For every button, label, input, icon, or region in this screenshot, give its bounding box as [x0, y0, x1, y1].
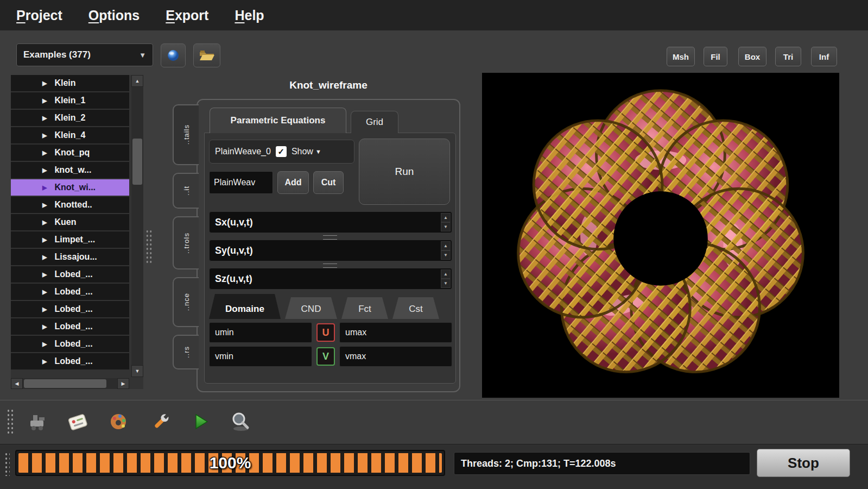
list-item[interactable]: ▶Limpet_...: [11, 231, 129, 248]
list-item[interactable]: ▶Knotted..: [11, 197, 129, 213]
side-tab-details[interactable]: ..tails: [173, 104, 199, 165]
list-item[interactable]: ▶Lobed_...: [11, 353, 129, 369]
splitter-handle[interactable]: [145, 229, 153, 264]
resize-handle[interactable]: [323, 264, 337, 268]
spinner[interactable]: ▲ ▼: [441, 241, 451, 260]
run-button[interactable]: Run: [359, 139, 450, 205]
expander-icon[interactable]: ▶: [42, 149, 47, 156]
view-button-fil[interactable]: Fil: [704, 47, 727, 66]
model-name-field[interactable]: PlainWeav: [209, 171, 273, 194]
settings-tool-button[interactable]: [145, 406, 176, 437]
scroll-up-button[interactable]: ▲: [131, 75, 143, 87]
view-button-inf[interactable]: Inf: [811, 47, 837, 66]
expander-icon[interactable]: ▶: [42, 219, 47, 226]
resize-handle[interactable]: [323, 235, 337, 240]
view-button-box[interactable]: Box: [738, 47, 766, 66]
list-item[interactable]: ▶Knot_pq: [11, 145, 129, 161]
horizontal-scroll-thumb[interactable]: [24, 379, 106, 388]
model-chip[interactable]: PlainWeave_0 ✓ Show ▼: [209, 140, 354, 164]
list-item[interactable]: ▶Klein_1: [11, 92, 129, 109]
spinner-up-icon[interactable]: ▲: [441, 269, 451, 279]
vertical-scroll-thumb[interactable]: [132, 139, 142, 185]
expander-icon[interactable]: ▶: [42, 202, 47, 209]
vmin-field[interactable]: vmin: [209, 346, 312, 367]
list-item[interactable]: ▶Lobed_...: [11, 301, 129, 317]
horizontal-scrollbar[interactable]: ◀ ▶: [11, 378, 129, 389]
umin-field[interactable]: umin: [209, 322, 312, 343]
stop-button[interactable]: Stop: [757, 449, 850, 477]
subtab-domaine[interactable]: Domaine: [209, 294, 281, 319]
list-item[interactable]: ▶Klein_2: [11, 110, 129, 126]
view-button-tri[interactable]: Tri: [775, 47, 801, 66]
expander-icon[interactable]: ▶: [42, 184, 47, 191]
list-item[interactable]: ▶Lobed_...: [11, 318, 129, 335]
open-folder-button[interactable]: [193, 43, 220, 67]
spinner-up-icon[interactable]: ▲: [441, 213, 451, 222]
tab-parametric-equations[interactable]: Parametric Equations: [210, 108, 346, 133]
umax-field[interactable]: umax: [339, 322, 452, 343]
cut-button[interactable]: Cut: [313, 171, 344, 194]
expander-icon[interactable]: ▶: [42, 358, 47, 365]
play-tool-button[interactable]: [186, 406, 216, 437]
list-item[interactable]: ▶Klein_4: [11, 127, 129, 143]
transform-tool-button[interactable]: [22, 406, 52, 437]
side-tab-colors[interactable]: ..rs: [173, 335, 199, 369]
menu-item-help[interactable]: Help: [235, 8, 264, 23]
subtab-fct[interactable]: Fct: [341, 297, 388, 319]
toolbar-grip-handle[interactable]: [7, 409, 13, 435]
add-button[interactable]: Add: [277, 171, 309, 194]
expander-icon[interactable]: ▶: [42, 80, 47, 87]
scroll-left-button[interactable]: ◀: [11, 378, 23, 389]
spinner[interactable]: ▲ ▼: [441, 213, 451, 231]
render-viewport[interactable]: [482, 73, 839, 398]
v-badge[interactable]: V: [316, 347, 335, 366]
list-item[interactable]: ▶Klein: [11, 75, 129, 91]
menu-item-export[interactable]: Export: [166, 8, 208, 23]
status-grip-handle[interactable]: [4, 452, 10, 476]
expander-icon[interactable]: ▶: [42, 167, 47, 174]
tab-grid[interactable]: Grid: [351, 111, 398, 133]
vertical-scroll-track[interactable]: [131, 87, 143, 365]
list-item[interactable]: ▶Knot_wi...: [11, 179, 129, 196]
list-item[interactable]: ▶Lobed_...: [11, 284, 129, 300]
spinner[interactable]: ▲ ▼: [441, 269, 451, 288]
list-item[interactable]: ▶knot_w...: [11, 162, 129, 178]
expander-icon[interactable]: ▶: [42, 254, 47, 261]
menu-item-options[interactable]: Options: [88, 8, 140, 23]
spinner-down-icon[interactable]: ▼: [441, 279, 451, 288]
list-item[interactable]: ▶Kuen: [11, 214, 129, 230]
side-tab-edit[interactable]: ..it: [173, 173, 199, 209]
spinner-down-icon[interactable]: ▼: [441, 250, 451, 260]
zoom-tool-button[interactable]: [226, 406, 256, 437]
spinner-up-icon[interactable]: ▲: [441, 241, 451, 250]
scroll-down-button[interactable]: ▼: [131, 365, 143, 377]
list-item[interactable]: ▶Lissajou...: [11, 249, 129, 265]
expander-icon[interactable]: ▶: [42, 323, 47, 330]
equation-field-sx[interactable]: Sx(u,v,t) ▲ ▼: [209, 211, 452, 233]
subtab-cst[interactable]: Cst: [392, 297, 439, 319]
equation-field-sy[interactable]: Sy(u,v,t) ▲ ▼: [209, 240, 452, 261]
expander-icon[interactable]: ▶: [42, 132, 47, 139]
spinner-down-icon[interactable]: ▼: [441, 222, 451, 231]
side-tab-appearance[interactable]: ..nce: [173, 277, 199, 327]
vertical-scrollbar[interactable]: ▲ ▼: [131, 75, 143, 377]
side-tab-controls[interactable]: ..trols: [173, 216, 199, 269]
sketch-tool-button[interactable]: [62, 406, 93, 437]
expander-icon[interactable]: ▶: [42, 306, 47, 313]
show-dropdown[interactable]: Show ▼: [292, 147, 321, 156]
vmax-field[interactable]: vmax: [339, 346, 452, 367]
expander-icon[interactable]: ▶: [42, 271, 47, 278]
expander-icon[interactable]: ▶: [42, 236, 47, 243]
examples-dropdown[interactable]: Examples (377) ▼: [16, 43, 153, 66]
expander-icon[interactable]: ▶: [42, 115, 47, 122]
model-checkbox[interactable]: ✓: [276, 146, 287, 157]
menu-item-project[interactable]: Project: [16, 8, 62, 23]
horizontal-scroll-track[interactable]: [23, 378, 117, 389]
list-item[interactable]: ▶Lobed_...: [11, 266, 129, 283]
expander-icon[interactable]: ▶: [42, 289, 47, 296]
expander-icon[interactable]: ▶: [42, 341, 47, 348]
equation-field-sz[interactable]: Sz(u,v,t) ▲ ▼: [209, 268, 452, 290]
list-item[interactable]: ▶Lobed_...: [11, 336, 129, 352]
scroll-right-button[interactable]: ▶: [117, 378, 129, 389]
view-button-msh[interactable]: Msh: [667, 47, 695, 66]
